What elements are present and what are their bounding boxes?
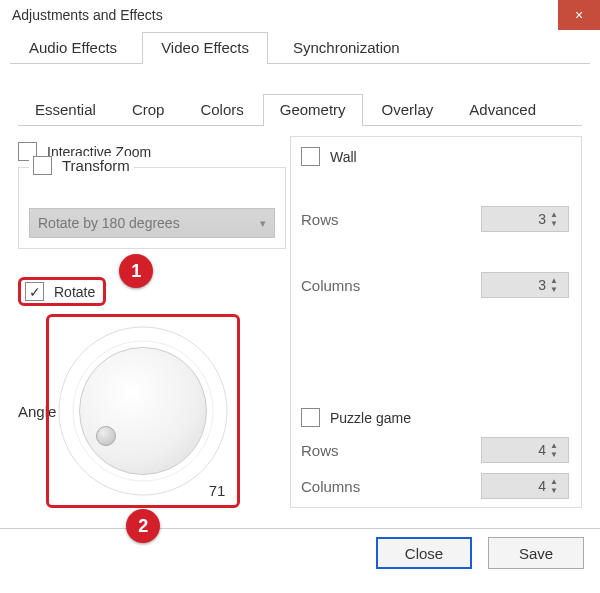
annotation-badge-2: 2	[126, 509, 160, 543]
rotate-highlight: Rotate 1	[18, 277, 106, 306]
puzzle-columns-value: 4	[538, 478, 546, 494]
wall-checkbox[interactable]	[301, 147, 320, 166]
tab-essential[interactable]: Essential	[18, 94, 113, 126]
spinner-buttons-icon: ▲▼	[550, 439, 564, 461]
transform-select[interactable]: Rotate by 180 degrees ▾	[29, 208, 275, 238]
tab-overlay[interactable]: Overlay	[365, 94, 451, 126]
angle-dial-ticks: 71	[55, 323, 231, 499]
spinner-buttons-icon: ▲▼	[550, 208, 564, 230]
spinner-buttons-icon: ▲▼	[550, 274, 564, 296]
wall-columns-value: 3	[538, 277, 546, 293]
window-title: Adjustments and Effects	[12, 7, 163, 23]
wall-label: Wall	[330, 149, 357, 165]
tab-colors[interactable]: Colors	[183, 94, 260, 126]
tab-synchronization[interactable]: Synchronization	[274, 32, 419, 64]
tab-advanced[interactable]: Advanced	[452, 94, 553, 126]
puzzle-rows-spinner[interactable]: 4 ▲▼	[481, 437, 569, 463]
puzzle-rows-value: 4	[538, 442, 546, 458]
annotation-badge-1: 1	[119, 254, 153, 288]
transform-label: Transform	[62, 157, 130, 174]
close-icon: ×	[575, 7, 583, 23]
tab-crop[interactable]: Crop	[115, 94, 182, 126]
transform-selected-value: Rotate by 180 degrees	[38, 215, 180, 231]
puzzle-checkbox[interactable]	[301, 408, 320, 427]
close-button[interactable]: Close	[376, 537, 472, 569]
transform-group: Transform Rotate by 180 degrees ▾	[18, 167, 286, 249]
puzzle-columns-label: Columns	[301, 478, 360, 495]
spinner-buttons-icon: ▲▼	[550, 475, 564, 497]
tab-audio-effects[interactable]: Audio Effects	[10, 32, 136, 64]
wall-rows-label: Rows	[301, 211, 339, 228]
puzzle-rows-label: Rows	[301, 442, 339, 459]
sub-tabs: Essential Crop Colors Geometry Overlay A…	[18, 94, 582, 126]
rotate-checkbox[interactable]	[25, 282, 44, 301]
angle-value: 71	[209, 482, 226, 499]
main-tabs: Audio Effects Video Effects Synchronizat…	[10, 32, 590, 64]
window-close-button[interactable]: ×	[558, 0, 600, 30]
tab-video-effects[interactable]: Video Effects	[142, 32, 268, 64]
puzzle-columns-spinner[interactable]: 4 ▲▼	[481, 473, 569, 499]
transform-checkbox[interactable]	[33, 156, 52, 175]
dial-indicator-icon	[96, 426, 116, 446]
puzzle-label: Puzzle game	[330, 410, 411, 426]
tab-geometry[interactable]: Geometry	[263, 94, 363, 126]
rotate-label: Rotate	[54, 284, 95, 300]
wall-columns-label: Columns	[301, 277, 360, 294]
angle-dial[interactable]	[79, 347, 207, 475]
wall-rows-value: 3	[538, 211, 546, 227]
wall-columns-spinner[interactable]: 3 ▲▼	[481, 272, 569, 298]
angle-dial-highlight: 71 2	[46, 314, 240, 508]
save-button[interactable]: Save	[488, 537, 584, 569]
chevron-down-icon: ▾	[260, 217, 266, 230]
wall-rows-spinner[interactable]: 3 ▲▼	[481, 206, 569, 232]
